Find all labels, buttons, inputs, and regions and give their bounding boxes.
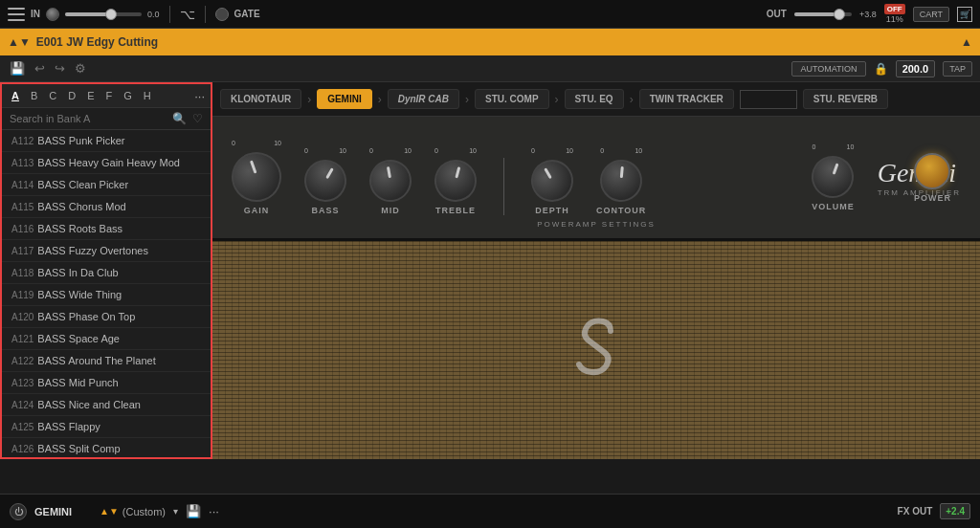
bottom-dots[interactable]: ··· — [209, 504, 219, 518]
preset-item[interactable]: A118BASS In Da Club — [2, 262, 211, 284]
bpm-display: 200.0 — [896, 60, 936, 77]
fx-db-display: +2.4 — [940, 503, 970, 519]
preset-item[interactable]: A116BASS Roots Bass — [2, 218, 211, 240]
power-label: POWER — [914, 193, 951, 203]
top-bar: IN 0.0 ⌥ GATE OUT +3.8 OFF 11% CART 🛒 — [0, 0, 980, 29]
knob-divider — [503, 158, 504, 215]
knob-bass-container: 010 BASS — [304, 147, 346, 215]
chain-arrow-icon: › — [630, 93, 634, 106]
top-bar-right: OUT +3.8 OFF 11% CART 🛒 — [767, 4, 972, 24]
off-badge: OFF — [884, 4, 905, 14]
bank-tab-c[interactable]: C — [45, 88, 60, 103]
lock-icon[interactable]: 🔒 — [874, 62, 888, 76]
bottom-save-icon[interactable]: 💾 — [186, 504, 201, 518]
preset-item[interactable]: A123BASS Mid Punch — [2, 372, 211, 394]
knob-gain[interactable] — [225, 145, 289, 209]
preset-item[interactable]: A115BASS Chorus Mod — [2, 196, 211, 218]
bottom-icons: 💾 ··· — [186, 504, 219, 518]
knob-group: 010 GAIN 010 BASS — [232, 140, 792, 215]
preset-item[interactable]: A112BASS Punk Picker — [2, 130, 211, 152]
preset-item[interactable]: A124BASS Nice and Clean — [2, 394, 211, 416]
search-bar: 🔍 ♡ — [2, 108, 211, 130]
preset-item[interactable]: A119BASS Wide Thing — [2, 284, 211, 306]
knob-treble[interactable] — [430, 155, 481, 207]
in-label: IN — [31, 9, 40, 19]
power-btn-bottom[interactable]: ⏻ — [10, 503, 27, 520]
hamburger-icon[interactable] — [8, 8, 25, 21]
amp-bottom — [212, 241, 980, 459]
bank-tab-d[interactable]: D — [64, 88, 79, 103]
in-slider-fill — [65, 12, 107, 16]
knob-mid[interactable] — [367, 157, 415, 206]
knob-depth-label: DEPTH — [535, 206, 569, 215]
bank-tab-e[interactable]: E — [83, 88, 98, 103]
bank-tab-more[interactable]: ··· — [194, 89, 205, 103]
percent-value: 11% — [886, 14, 903, 24]
cart-button[interactable]: CART — [913, 7, 949, 22]
knob-contour[interactable] — [598, 158, 644, 204]
main-layout: A B C D E F G H ··· 🔍 ♡ A112BASS Punk Pi… — [0, 82, 980, 459]
knob-volume-ticks: 010 — [812, 143, 854, 150]
preset-name: E001 JW Edgy Cutting — [36, 35, 955, 49]
power-circle-icon[interactable] — [215, 8, 229, 21]
preset-list: A112BASS Punk PickerA113BASS Heavy Gain … — [2, 130, 211, 457]
preset-item[interactable]: A113BASS Heavy Gain Heavy Mod — [2, 152, 211, 174]
knob-volume[interactable] — [806, 150, 859, 204]
second-bar-left: 💾 ↩ ↪ ⚙ — [8, 59, 786, 77]
chain-item-gemini[interactable]: GEMINI — [317, 89, 372, 109]
bank-tab-h[interactable]: H — [140, 88, 155, 103]
knob-treble-container: 010 TREBLE — [434, 147, 477, 215]
gate-label: GATE — [234, 9, 260, 19]
fork-icon: ⌥ — [180, 7, 195, 22]
knob-bass[interactable] — [297, 152, 354, 209]
bank-tab-b[interactable]: B — [27, 88, 41, 103]
automation-button[interactable]: AUTOMATION — [791, 61, 865, 77]
settings-button[interactable]: ⚙ — [73, 59, 88, 77]
power-knob-container: POWER — [914, 153, 951, 203]
redo-button[interactable]: ↪ — [53, 59, 67, 77]
preset-item[interactable]: A126BASS Split Comp — [2, 438, 211, 457]
preset-item[interactable]: A117BASS Fuzzy Overtones — [2, 240, 211, 262]
preset-arrow-left[interactable]: ▲▼ — [8, 35, 31, 49]
chain-item-twin-tracker[interactable]: TWIN TRACKER — [639, 89, 734, 109]
chain-item-stu.-comp[interactable]: STU. COMP — [475, 89, 549, 109]
bottom-preset-name: GEMINI — [34, 506, 92, 517]
search-icon[interactable]: 🔍 — [172, 112, 187, 125]
undo-button[interactable]: ↩ — [33, 59, 47, 77]
poweramp-label: POWERAMP SETTINGS — [537, 220, 656, 229]
preset-chevron[interactable]: ▲ — [961, 35, 972, 49]
tri-arrows-icon: ▲▼ — [100, 506, 119, 517]
chain-arrow-icon: › — [555, 93, 559, 106]
in-knob[interactable] — [46, 8, 59, 21]
tap-button[interactable]: TAP — [943, 61, 972, 77]
preset-item[interactable]: A121BASS Space Age — [2, 328, 211, 350]
knob-depth[interactable] — [523, 152, 581, 209]
in-slider[interactable] — [65, 12, 142, 16]
chain-item-stu.-reverb[interactable]: STU. REVERB — [803, 89, 888, 109]
preset-item[interactable]: A122BASS Around The Planet — [2, 350, 211, 372]
search-input[interactable] — [10, 113, 167, 124]
chain-item-dynir-cab[interactable]: DynIR CAB — [388, 89, 459, 109]
bank-tab-a[interactable]: A — [8, 88, 23, 103]
preset-item[interactable]: A120BASS Phase On Top — [2, 306, 211, 328]
chain-item-stu.-eq[interactable]: STU. EQ — [565, 89, 624, 109]
out-slider-fill — [794, 12, 835, 16]
power-orb[interactable] — [914, 153, 950, 189]
knob-volume-label: VOLUME — [812, 202, 855, 211]
knob-mid-label: MID — [381, 206, 400, 215]
heart-icon[interactable]: ♡ — [192, 112, 203, 125]
preset-bar: ▲▼ E001 JW Edgy Cutting ▲ — [0, 29, 980, 55]
chain-item-klonotaur[interactable]: KLONOTAUR — [220, 89, 301, 109]
knob-bass-ticks: 010 — [304, 147, 346, 154]
custom-label: (Custom) — [122, 506, 166, 517]
out-slider[interactable] — [794, 12, 852, 16]
out-db-value: +3.8 — [859, 10, 877, 19]
dropdown-arrow-icon[interactable]: ▾ — [173, 506, 178, 517]
save-button[interactable]: 💾 — [8, 59, 27, 77]
bank-tab-f[interactable]: F — [102, 88, 117, 103]
knob-depth-ticks: 010 — [531, 147, 573, 154]
preset-item[interactable]: A125BASS Flappy — [2, 416, 211, 438]
second-bar-right: AUTOMATION 🔒 200.0 TAP — [791, 60, 972, 77]
bank-tab-g[interactable]: G — [120, 88, 136, 103]
preset-item[interactable]: A114BASS Clean Picker — [2, 174, 211, 196]
